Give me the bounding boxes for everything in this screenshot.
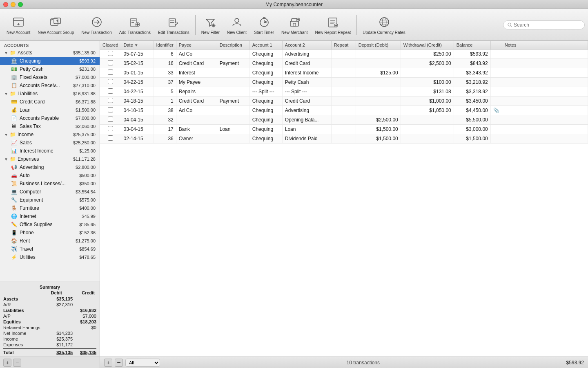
cleared-cell[interactable] — [100, 78, 121, 87]
table-row[interactable]: 04-22-15 5 Repairs --- Split --- --- Spl… — [100, 87, 588, 96]
sidebar-item-chequing[interactable]: 🏦 Chequing $593.92 — [0, 57, 100, 65]
table-row[interactable]: 02-14-15 36 Owner Chequing Dividends Pai… — [100, 134, 588, 144]
cleared-cell[interactable] — [100, 125, 121, 134]
table-row[interactable]: 04-18-15 1 Credit Card Payment Chequing … — [100, 96, 588, 106]
cleared-checkbox[interactable] — [108, 88, 113, 94]
new-filter-button[interactable]: New Filter — [198, 13, 223, 36]
window-controls[interactable] — [3, 2, 23, 7]
assets-group-header[interactable]: ▼ 📁 Assets $35,135.00 — [0, 49, 100, 57]
table-row[interactable]: 05-01-15 33 Interest Chequing Interest I… — [100, 68, 588, 78]
cleared-cell[interactable] — [100, 96, 121, 106]
maximize-button[interactable] — [18, 2, 23, 7]
sidebar-item-rent[interactable]: 🏠 Rent $1,275.00 — [0, 237, 100, 245]
cleared-checkbox[interactable] — [108, 135, 113, 141]
assets-group-name: Assets — [18, 50, 73, 56]
new-client-button[interactable]: New Client — [224, 13, 250, 36]
notes-cell — [502, 68, 588, 78]
edit-transactions-button[interactable]: Edit Transactions — [155, 13, 193, 36]
sidebar-item-travel[interactable]: ✈️ Travel $854.69 — [0, 245, 100, 253]
table-row[interactable]: 04-04-15 32 Chequing Opening Bala... $2,… — [100, 115, 588, 125]
update-currency-button[interactable]: Update Currency Rates — [359, 13, 409, 36]
cleared-checkbox[interactable] — [108, 126, 113, 131]
cleared-cell[interactable] — [100, 134, 121, 144]
description-cell — [217, 78, 249, 87]
balance-cell: $3,343.92 — [454, 68, 490, 78]
date-cell: 05-02-15 — [121, 59, 154, 68]
table-row[interactable]: 04-10-15 38 Ad Co Chequing Advertising $… — [100, 106, 588, 115]
deposit-cell — [356, 106, 401, 115]
sidebar-item-accounts-payable[interactable]: 📄 Accounts Payable $7,000.00 — [0, 114, 100, 122]
sidebar-item-equipment[interactable]: 🔧 Equipment $575.00 — [0, 196, 100, 204]
sidebar-item-petty-cash[interactable]: 💵 Petty Cash $231.08 — [0, 65, 100, 73]
liabilities-group-header[interactable]: ▼ 📁 Liabilities $16,931.88 — [0, 90, 100, 98]
petty-cash-icon: 💵 — [11, 66, 17, 72]
sidebar-item-utilities[interactable]: ⚡ Utilities $478.65 — [0, 253, 100, 261]
expenses-group-header[interactable]: ▼ 📁 Expenses $11,171.28 — [0, 155, 100, 163]
summary-total-debit: $35,135 — [52, 350, 73, 355]
cleared-checkbox[interactable] — [108, 107, 113, 112]
table-row[interactable]: 05-02-15 16 Credit Card Payment Chequing… — [100, 59, 588, 68]
cleared-cell[interactable] — [100, 87, 121, 96]
petty-cash-name: Petty Cash — [20, 66, 79, 72]
sidebar-item-business-licenses[interactable]: 📜 Business Licenses/... $350.00 — [0, 180, 100, 188]
cleared-checkbox[interactable] — [108, 79, 113, 84]
deposit-cell — [356, 59, 401, 68]
col-header-date[interactable]: Date ▼ — [121, 41, 154, 49]
income-group-header[interactable]: ▼ 📁 Income $25,375.00 — [0, 130, 100, 139]
sidebar-item-advertising[interactable]: 📢 Advertising $2,800.00 — [0, 163, 100, 171]
table-row[interactable]: 05-07-15 6 Ad Co Chequing Advertising $2… — [100, 49, 588, 59]
sidebar-item-accounts-receivable[interactable]: 📋 Accounts Receiv... $27,310.00 — [0, 81, 100, 90]
new-account-group-button[interactable]: New Account Group — [34, 13, 77, 36]
sidebar-item-sales[interactable]: 📈 Sales $25,250.00 — [0, 139, 100, 147]
sidebar-item-sales-tax[interactable]: 🏛 Sales Tax $2,060.00 — [0, 122, 100, 130]
start-timer-label: Start Timer — [254, 30, 274, 35]
search-input[interactable] — [514, 22, 580, 28]
new-account-button[interactable]: New Account — [3, 13, 33, 36]
minimize-button[interactable] — [11, 2, 16, 7]
loan-icon: 💰 — [11, 107, 17, 113]
status-bar: + − All This Month Last Month This Year … — [100, 357, 588, 368]
interest-income-amount: $125.00 — [79, 148, 96, 153]
filter-select[interactable]: All This Month Last Month This Year Last… — [125, 359, 160, 367]
transactions-table-wrapper[interactable]: Cleared Date ▼ Identifier Payee Descript… — [100, 41, 588, 357]
sidebar-item-credit-card[interactable]: 💳 Credit Card $6,371.88 — [0, 98, 100, 106]
sidebar-item-fixed-assets[interactable]: 🏢 Fixed Assets $7,000.00 — [0, 73, 100, 81]
sidebar-item-auto[interactable]: 🚗 Auto $500.00 — [0, 171, 100, 180]
equipment-name: Equipment — [20, 197, 79, 203]
add-transaction-button[interactable]: + — [104, 359, 112, 367]
cleared-checkbox[interactable] — [108, 60, 113, 65]
cleared-cell[interactable] — [100, 68, 121, 78]
sidebar-item-interest-income[interactable]: 📊 Interest Income $125.00 — [0, 147, 100, 155]
sidebar-scroll[interactable]: ACCOUNTS ▼ 📁 Assets $35,135.00 🏦 Chequin… — [0, 41, 100, 281]
sidebar-item-loan[interactable]: 💰 Loan $1,500.00 — [0, 106, 100, 114]
remove-transaction-button[interactable]: − — [115, 359, 123, 367]
summary-row-debit: $35,135 — [52, 296, 73, 301]
cleared-checkbox[interactable] — [108, 117, 113, 122]
add-transactions-button[interactable]: Add Transactions — [116, 13, 154, 36]
cleared-cell[interactable] — [100, 115, 121, 125]
sidebar-item-phone[interactable]: 📱 Phone $152.36 — [0, 229, 100, 237]
cleared-checkbox[interactable] — [108, 51, 113, 56]
sidebar-item-furniture[interactable]: 🪑 Furniture $400.00 — [0, 204, 100, 212]
sidebar-item-internet[interactable]: 🌐 Internet $45.99 — [0, 212, 100, 220]
cleared-cell[interactable] — [100, 49, 121, 59]
sidebar-item-office-supplies[interactable]: ✏️ Office Supplies $185.65 — [0, 220, 100, 229]
start-timer-button[interactable]: Start Timer — [251, 13, 277, 36]
new-transaction-button[interactable]: New Transaction — [78, 13, 115, 36]
search-box[interactable] — [503, 20, 585, 29]
new-merchant-button[interactable]: New Merchant — [278, 13, 311, 36]
sidebar-item-computer[interactable]: 💻 Computer $3,554.54 — [0, 188, 100, 196]
withdrawal-cell: $100.00 — [401, 78, 454, 87]
cleared-cell[interactable] — [100, 59, 121, 68]
add-account-button[interactable]: + — [3, 359, 11, 367]
account2-cell: Opening Bala... — [282, 115, 331, 125]
cleared-cell[interactable] — [100, 106, 121, 115]
cleared-checkbox[interactable] — [108, 70, 113, 75]
close-button[interactable] — [3, 2, 8, 7]
summary-row: Income $25,375 — [3, 336, 96, 342]
remove-account-button[interactable]: − — [13, 359, 21, 367]
table-row[interactable]: 04-22-15 37 My Payee Chequing Petty Cash… — [100, 78, 588, 87]
table-row[interactable]: 03-04-15 17 Bank Loan Chequing Loan $1,5… — [100, 125, 588, 134]
new-report-button[interactable]: New Report Repeat — [312, 13, 354, 36]
cleared-checkbox[interactable] — [108, 98, 113, 103]
